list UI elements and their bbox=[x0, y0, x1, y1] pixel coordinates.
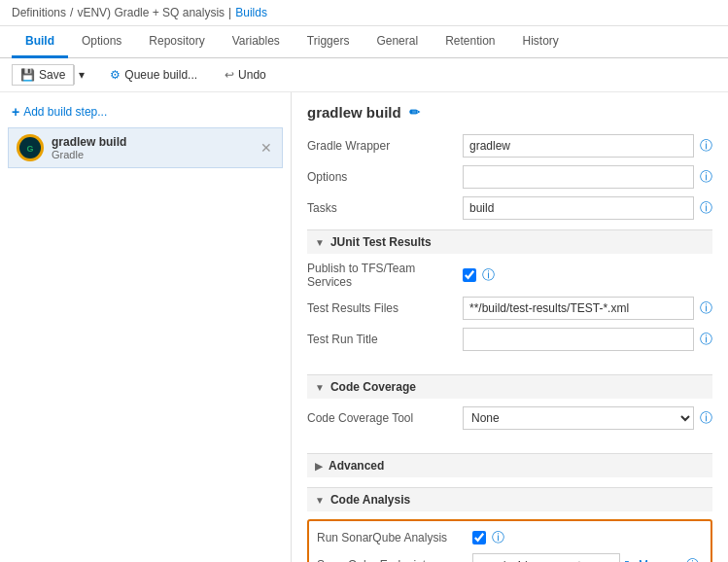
test-results-label: Test Results Files bbox=[307, 301, 463, 315]
code-analysis-collapse-icon: ▼ bbox=[315, 495, 325, 506]
save-button[interactable]: 💾 Save bbox=[12, 64, 74, 86]
options-info-icon[interactable]: ⓘ bbox=[700, 168, 712, 186]
test-run-title-input[interactable] bbox=[463, 328, 694, 351]
publish-tfs-label: Publish to TFS/Team Services bbox=[307, 262, 463, 289]
breadcrumb-builds[interactable]: Builds bbox=[235, 6, 267, 19]
junit-section-content: Publish to TFS/Team Services ⓘ Test Resu… bbox=[307, 262, 712, 365]
code-coverage-tool-label: Code Coverage Tool bbox=[307, 411, 463, 425]
nav-tabs: Build Options Repository Variables Trigg… bbox=[0, 26, 728, 58]
test-results-row: Test Results Files ⓘ bbox=[307, 297, 712, 320]
test-results-input[interactable] bbox=[463, 297, 694, 320]
run-sonar-label: Run SonarQube Analysis bbox=[317, 531, 472, 544]
gradle-wrapper-info-icon[interactable]: ⓘ bbox=[700, 137, 712, 155]
test-run-title-label: Test Run Title bbox=[307, 333, 463, 346]
queue-label: Queue build... bbox=[124, 68, 197, 82]
sonar-endpoint-row: SonarQube Endpoint ↻ Manage ⓘ bbox=[317, 553, 703, 562]
sonar-endpoint-controls: ↻ Manage bbox=[472, 553, 680, 562]
tab-variables[interactable]: Variables bbox=[219, 26, 294, 58]
options-row: Options ⓘ bbox=[307, 165, 712, 189]
build-item-close-button[interactable]: ✕ bbox=[259, 138, 274, 158]
gradle-wrapper-row: Gradle Wrapper ⓘ bbox=[307, 134, 712, 158]
sonar-endpoint-input[interactable] bbox=[472, 553, 620, 562]
save-icon: 💾 bbox=[20, 68, 35, 82]
save-dropdown-button[interactable]: ▾ bbox=[74, 65, 88, 85]
breadcrumb-sep2: | bbox=[228, 6, 231, 19]
publish-tfs-info-icon[interactable]: ⓘ bbox=[482, 266, 495, 284]
junit-section-title: JUnit Test Results bbox=[330, 235, 432, 249]
code-analysis-box: Run SonarQube Analysis ⓘ SonarQube Endpo… bbox=[307, 519, 712, 562]
options-label: Options bbox=[307, 170, 463, 184]
options-input[interactable] bbox=[463, 165, 694, 189]
build-item-name: gradlew build bbox=[52, 135, 251, 149]
tab-general[interactable]: General bbox=[363, 26, 432, 58]
add-build-step-button[interactable]: + Add build step... bbox=[8, 100, 283, 127]
add-step-label: Add build step... bbox=[23, 105, 107, 119]
breadcrumb-sep1: / bbox=[70, 6, 73, 19]
test-results-info-icon[interactable]: ⓘ bbox=[700, 299, 712, 317]
build-item-gradlew[interactable]: G gradlew build Gradle ✕ bbox=[8, 127, 283, 168]
code-coverage-section-title: Code Coverage bbox=[330, 380, 416, 394]
advanced-collapse-icon: ▶ bbox=[315, 461, 323, 472]
tab-options[interactable]: Options bbox=[68, 26, 135, 58]
edit-title-icon[interactable]: ✏ bbox=[409, 105, 420, 120]
run-sonar-checkbox[interactable] bbox=[472, 531, 486, 544]
tasks-input[interactable] bbox=[463, 196, 694, 220]
publish-tfs-checkbox-wrapper bbox=[463, 268, 476, 282]
undo-icon: ↩ bbox=[225, 68, 234, 82]
breadcrumb-project[interactable]: vENV) Gradle + SQ analysis bbox=[77, 6, 225, 19]
code-analysis-section-title: Code Analysis bbox=[330, 493, 410, 507]
test-run-title-row: Test Run Title ⓘ bbox=[307, 328, 712, 351]
junit-section-header[interactable]: ▼ JUnit Test Results bbox=[307, 229, 712, 254]
code-coverage-tool-row: Code Coverage Tool None Cobertura JaCoCo… bbox=[307, 406, 712, 430]
publish-tfs-row: Publish to TFS/Team Services ⓘ bbox=[307, 262, 712, 289]
code-coverage-section-header[interactable]: ▼ Code Coverage bbox=[307, 374, 712, 399]
queue-build-button[interactable]: ⚙ Queue build... bbox=[104, 65, 203, 85]
code-coverage-tool-dropdown-wrapper: None Cobertura JaCoCo bbox=[463, 406, 694, 430]
tab-history[interactable]: History bbox=[509, 26, 572, 58]
code-coverage-collapse-icon: ▼ bbox=[315, 382, 325, 393]
gradle-wrapper-input[interactable] bbox=[463, 134, 694, 158]
tab-retention[interactable]: Retention bbox=[432, 26, 508, 58]
code-analysis-section-header[interactable]: ▼ Code Analysis bbox=[307, 487, 712, 511]
run-sonar-info-icon[interactable]: ⓘ bbox=[492, 529, 504, 546]
code-coverage-tool-info-icon[interactable]: ⓘ bbox=[700, 409, 712, 427]
save-label: Save bbox=[39, 68, 65, 82]
main-layout: + Add build step... G gradlew build Grad… bbox=[0, 92, 728, 562]
sonar-endpoint-manage-link[interactable]: Manage bbox=[639, 558, 680, 562]
tasks-info-icon[interactable]: ⓘ bbox=[700, 199, 712, 217]
breadcrumb-definitions[interactable]: Definitions bbox=[12, 6, 66, 19]
step-title-row: gradlew build ✏ bbox=[307, 104, 712, 121]
code-coverage-tool-select[interactable]: None Cobertura JaCoCo bbox=[463, 406, 694, 430]
run-sonar-row: Run SonarQube Analysis ⓘ bbox=[317, 529, 703, 546]
breadcrumb: Definitions / vENV) Gradle + SQ analysis… bbox=[0, 0, 728, 26]
right-panel: gradlew build ✏ Gradle Wrapper ⓘ Options… bbox=[292, 92, 728, 562]
undo-label: Undo bbox=[238, 68, 266, 82]
code-coverage-section-content: Code Coverage Tool None Cobertura JaCoCo… bbox=[307, 406, 712, 443]
sonar-endpoint-label: SonarQube Endpoint bbox=[317, 558, 472, 562]
test-run-title-info-icon[interactable]: ⓘ bbox=[700, 331, 712, 348]
gradle-wrapper-label: Gradle Wrapper bbox=[307, 139, 463, 153]
tab-repository[interactable]: Repository bbox=[135, 26, 218, 58]
left-panel: + Add build step... G gradlew build Grad… bbox=[0, 92, 292, 562]
queue-icon: ⚙ bbox=[110, 68, 121, 82]
gradle-icon: G bbox=[17, 134, 44, 161]
build-item-text: gradlew build Gradle bbox=[52, 135, 251, 160]
tasks-row: Tasks ⓘ bbox=[307, 196, 712, 220]
junit-collapse-icon: ▼ bbox=[315, 237, 325, 248]
publish-tfs-checkbox[interactable] bbox=[463, 268, 476, 282]
toolbar: 💾 Save ▾ ⚙ Queue build... ↩ Undo bbox=[0, 58, 728, 92]
advanced-section-header[interactable]: ▶ Advanced bbox=[307, 453, 712, 477]
plus-icon: + bbox=[12, 104, 19, 120]
advanced-section-title: Advanced bbox=[329, 459, 384, 473]
svg-text:G: G bbox=[26, 144, 33, 154]
build-item-type: Gradle bbox=[52, 149, 251, 160]
undo-button[interactable]: ↩ Undo bbox=[219, 65, 272, 85]
tab-build[interactable]: Build bbox=[12, 26, 68, 58]
tab-triggers[interactable]: Triggers bbox=[294, 26, 364, 58]
run-sonar-checkbox-wrapper bbox=[472, 531, 486, 544]
sonar-endpoint-refresh-icon[interactable]: ↻ bbox=[624, 558, 635, 563]
step-title-text: gradlew build bbox=[307, 104, 401, 121]
tasks-label: Tasks bbox=[307, 201, 463, 215]
sonar-endpoint-info-icon[interactable]: ⓘ bbox=[686, 556, 699, 562]
